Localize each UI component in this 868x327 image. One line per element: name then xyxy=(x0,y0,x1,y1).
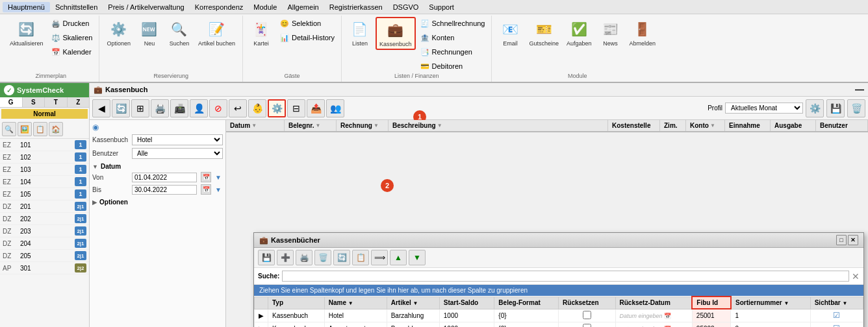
th-benutzer[interactable]: Benutzer xyxy=(816,120,868,131)
profile-settings-button[interactable]: ⚙️ xyxy=(806,99,824,117)
kb-grid-button[interactable]: ⊞ xyxy=(131,99,149,117)
email-button[interactable]: 📧 Email xyxy=(496,17,524,49)
selektion-button[interactable]: 😊 Selektion xyxy=(277,17,337,30)
row-sichtbar[interactable]: ☑ xyxy=(810,309,863,322)
kartei-button[interactable]: 🃏 Kartei xyxy=(247,17,275,49)
schnellrechnung-button[interactable]: 🧾 Schnellrechnung xyxy=(417,17,488,30)
optionen-button[interactable]: ⚙️ Optionen xyxy=(103,17,134,49)
window-close-button[interactable]: ✕ xyxy=(848,235,858,245)
list-left-button[interactable]: 📋 xyxy=(33,122,47,136)
kb-win-down-button[interactable]: ▼ xyxy=(409,250,426,265)
kb-print2-button[interactable]: 📠 xyxy=(170,99,188,117)
bis-calendar-button[interactable]: 📅 xyxy=(201,184,211,195)
th-ausgabe[interactable]: Ausgabe xyxy=(771,120,816,131)
calendar-icon[interactable]: 📅 xyxy=(664,313,671,319)
home-left-button[interactable]: 🏠 xyxy=(49,122,63,136)
room-number[interactable]: 101 xyxy=(18,141,73,149)
room-number[interactable]: 301 xyxy=(18,264,73,272)
image-left-button[interactable]: 🖼️ xyxy=(18,122,32,136)
left-tab-s[interactable]: S xyxy=(23,97,45,107)
search-input[interactable] xyxy=(282,271,849,282)
kb-win-save-button[interactable]: 💾 xyxy=(258,250,275,265)
benutzer-filter-select[interactable]: Alle xyxy=(132,148,223,159)
kb-win-add-button[interactable]: ➕ xyxy=(277,250,294,265)
kb-back-button[interactable]: ↩ xyxy=(229,99,247,117)
kb-cancel-button[interactable]: ⊘ xyxy=(209,99,227,117)
th-start-saldo[interactable]: Start-Saldo xyxy=(439,297,494,309)
drucken-button[interactable]: 🖨️ Drucken xyxy=(48,17,96,30)
left-tab-z[interactable]: Z xyxy=(68,97,90,107)
kb-user-button[interactable]: 👥 xyxy=(326,99,344,117)
suchen-button[interactable]: 🔍 Suchen xyxy=(165,17,194,49)
room-number[interactable]: 201 xyxy=(18,202,73,211)
th-belegnr[interactable]: Belegnr. ▼ xyxy=(285,120,337,131)
news-button[interactable]: 📰 News xyxy=(596,17,625,49)
th-artikel[interactable]: Artikel ▼ xyxy=(387,297,439,309)
left-tab-g[interactable]: G xyxy=(0,97,23,107)
room-number[interactable]: 103 xyxy=(18,165,73,174)
th-sichtbar[interactable]: Sichtbar ▼ xyxy=(810,297,863,309)
room-number[interactable]: 104 xyxy=(18,178,73,186)
th-sortiernummer[interactable]: Sortiernummer ▼ xyxy=(731,297,810,309)
bis-filter-icon[interactable]: ▼ xyxy=(215,186,222,193)
profile-delete-button[interactable]: 🗑️ xyxy=(847,99,865,117)
kassenbuch-filter-select[interactable]: Hotel xyxy=(132,134,223,145)
row-expand[interactable]: ▶ xyxy=(255,309,268,322)
menu-preis[interactable]: Preis / Artikelverwaltung xyxy=(103,2,189,12)
optionen-section-header[interactable]: ▶ Optionen xyxy=(92,199,223,206)
rechnungen-button[interactable]: 📑 Rechnungen xyxy=(417,45,488,58)
profile-select[interactable]: Aktuelles Monat xyxy=(725,103,803,114)
listen-button[interactable]: 📄 Listen xyxy=(346,17,374,49)
kb-print-button[interactable]: 🖨️ xyxy=(151,99,169,117)
von-calendar-button[interactable]: 📅 xyxy=(201,172,211,182)
search-clear-button[interactable]: ✕ xyxy=(852,271,860,282)
menu-hauptmenu[interactable]: Hauptmenü xyxy=(3,2,50,12)
table-row[interactable]: ▶ Kassenbuch Appartements Barzahlung 100… xyxy=(255,322,863,327)
kb-grid2-button[interactable]: ⊟ xyxy=(287,99,305,117)
kb-win-delete-button[interactable]: 🗑️ xyxy=(314,250,331,265)
kb-nav-button[interactable]: ◀ xyxy=(92,99,110,117)
konten-button[interactable]: 🏦 Konten xyxy=(417,31,488,44)
debitoren-button[interactable]: 💳 Debitoren xyxy=(417,60,488,73)
th-fibu-id[interactable]: Fibu Id xyxy=(692,297,731,309)
datum-section-header[interactable]: ▼ Datum xyxy=(92,163,223,170)
menu-registrierkassen[interactable]: Registrierkassen xyxy=(324,2,388,12)
menu-schnittstellen[interactable]: Schnittstellen xyxy=(50,2,103,12)
th-zim[interactable]: Zim. xyxy=(660,120,686,131)
menu-module[interactable]: Module xyxy=(248,2,282,12)
bis-input[interactable] xyxy=(132,185,197,195)
th-kostenstelle[interactable]: Kostenstelle xyxy=(608,120,660,131)
gutscheine-button[interactable]: 🎫 Gutscheine xyxy=(526,17,562,49)
th-beleg-format[interactable]: Beleg-Format xyxy=(494,297,559,309)
profile-save-button[interactable]: 💾 xyxy=(826,99,845,117)
room-number[interactable]: 203 xyxy=(18,227,73,236)
aufgaben-button[interactable]: ✅ Aufgaben xyxy=(563,17,595,49)
kb-win-up-button[interactable]: ▲ xyxy=(390,250,407,265)
window-maximize-button[interactable]: □ xyxy=(836,235,847,245)
row-ruecksetz-datum[interactable]: Datum eingeben 📅 xyxy=(615,322,692,327)
th-expand[interactable] xyxy=(255,297,268,309)
menu-support[interactable]: Support xyxy=(424,2,459,12)
th-datum[interactable]: Datum ▼ xyxy=(226,120,285,131)
kb-person2-button[interactable]: 👶 xyxy=(248,99,266,117)
th-einnahme[interactable]: Einnahme xyxy=(725,120,771,131)
artikel-buchen-button[interactable]: 📝 Artikel buchen xyxy=(195,17,238,49)
th-ruecksetzen[interactable]: Rücksetzen xyxy=(559,297,615,309)
menu-allgemein[interactable]: Allgemein xyxy=(282,2,324,12)
menu-dsgvo[interactable]: DSGVO xyxy=(388,2,424,12)
aktualisieren-button[interactable]: 🔄 Aktualisieren xyxy=(6,17,47,49)
filter-scroll-icon[interactable]: ◉ xyxy=(92,123,99,132)
th-typ[interactable]: Typ xyxy=(268,297,325,309)
room-number[interactable]: 105 xyxy=(18,190,73,199)
th-rechnung[interactable]: Rechnung ▼ xyxy=(337,120,389,131)
menu-korrespondenz[interactable]: Korrespondenz xyxy=(190,2,249,12)
row-ruecksetzen[interactable] xyxy=(559,309,615,322)
room-number[interactable]: 204 xyxy=(18,239,73,248)
abmelden-button[interactable]: 🚪 Abmelden xyxy=(626,17,659,49)
kalender-button[interactable]: 📅 Kalender xyxy=(48,45,96,58)
detail-history-button[interactable]: 📊 Detail-History xyxy=(277,31,337,44)
minimize-kassenbuch-button[interactable]: — xyxy=(855,84,864,95)
room-number[interactable]: 102 xyxy=(18,153,73,162)
search-left-button[interactable]: 🔍 xyxy=(2,122,16,136)
left-tab-t[interactable]: T xyxy=(45,97,68,107)
